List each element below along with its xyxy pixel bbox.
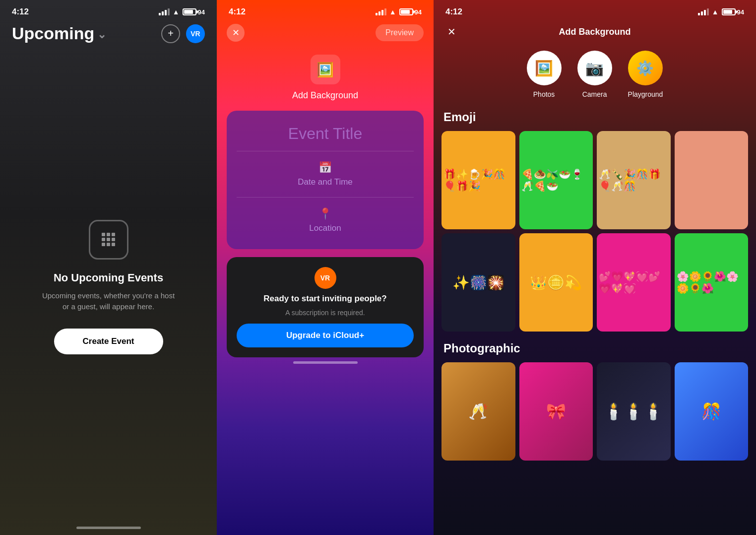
divider-2	[237, 197, 414, 198]
battery-icon-1: 94	[183, 8, 205, 16]
photographic-section-title: Photographic	[434, 339, 756, 362]
user-avatar-2: VR	[315, 267, 336, 289]
invite-subtitle: A subscription is required.	[285, 309, 365, 317]
photo-thumb-1[interactable]: 🥂	[441, 362, 515, 461]
photo-grid: 🥂 🎀 🕯️🕯️🕯️ 🎊	[434, 362, 756, 468]
status-icons-1: ▲ 94	[159, 8, 205, 16]
battery-icon-3: 94	[722, 8, 744, 16]
wifi-icon-3: ▲	[712, 8, 719, 16]
empty-description: Upcoming events, whether you're a host o…	[39, 290, 178, 313]
camera-icon: 📷	[577, 51, 612, 85]
add-background-section: 🖼️ Add Background	[217, 50, 434, 111]
location-row[interactable]: 📍 Location	[237, 205, 414, 235]
upcoming-title[interactable]: Upcoming ⌄	[12, 24, 106, 43]
close-button-2[interactable]: ✕	[227, 24, 245, 42]
emoji-thumb-crown[interactable]: 👑🪙💫	[519, 233, 593, 332]
photos-label: Photos	[533, 90, 555, 98]
battery-icon-2: 94	[399, 8, 422, 16]
p1-header: Upcoming ⌄ + VR	[0, 20, 217, 51]
status-bar-2: 4:12 ▲ 94	[217, 0, 434, 20]
emoji-thumb-green[interactable]: 🍕🧆🫒🥗🍷🥂🍕🥗	[519, 131, 593, 229]
date-time-row[interactable]: 📅 Date and Time	[237, 159, 414, 189]
preview-button[interactable]: Preview	[376, 24, 424, 41]
emoji-thumb-firework[interactable]: ✨🎆🎇	[441, 233, 515, 332]
panel-add-background: 4:12 ▲ 94 ✕ Add Background 🖼️ Photos	[434, 0, 756, 535]
home-indicator-2	[217, 357, 434, 370]
add-background-label: Add Background	[292, 90, 358, 101]
wifi-icon-2: ▲	[389, 8, 396, 16]
emoji-thumb-salmon[interactable]	[675, 131, 749, 229]
signal-icon-1	[159, 8, 170, 15]
time-1: 4:12	[12, 7, 29, 17]
date-time-label: Date and Time	[298, 177, 353, 187]
status-icons-2: ▲ 94	[376, 8, 422, 16]
chevron-down-icon: ⌄	[97, 28, 106, 41]
create-event-button[interactable]: Create Event	[54, 329, 163, 354]
emoji-section-title: Emoji	[434, 108, 756, 131]
wifi-icon-1: ▲	[173, 8, 180, 16]
emoji-thumb-flowers[interactable]: 🌸🌼🌻🌺🌸🌼🌻🌺	[675, 233, 749, 332]
p2-topbar: ✕ Preview	[217, 20, 434, 50]
status-bar-3: 4:12 ▲ 94	[434, 0, 756, 20]
playground-label: Playground	[628, 90, 663, 98]
event-card[interactable]: Event Title 📅 Date and Time 📍 Location	[227, 111, 424, 249]
close-button-3[interactable]: ✕	[443, 24, 459, 40]
empty-title: No Upcoming Events	[54, 271, 163, 284]
status-bar-1: 4:12 ▲ 94	[0, 0, 217, 20]
signal-icon-3	[698, 8, 709, 15]
camera-option[interactable]: 📷 Camera	[577, 51, 612, 98]
photo-thumb-4[interactable]: 🎊	[675, 362, 749, 461]
panel-upcoming: 4:12 ▲ 94 Upcoming ⌄ + VR	[0, 0, 217, 535]
signal-icon-2	[376, 8, 386, 15]
p3-topbar: ✕ Add Background	[434, 20, 756, 46]
status-icons-3: ▲ 94	[698, 8, 744, 16]
camera-label: Camera	[582, 90, 607, 98]
emoji-thumb-tan[interactable]: 🥂🍾🎉🎊🎁🎈🥂🎊	[597, 131, 671, 229]
location-icon: 📍	[318, 207, 332, 220]
invite-title: Ready to start inviting people?	[263, 294, 386, 304]
home-indicator-1	[0, 523, 217, 535]
upgrade-button[interactable]: Upgrade to iCloud+	[237, 324, 414, 347]
divider-1	[237, 151, 414, 151]
invite-section: VR Ready to start inviting people? A sub…	[227, 257, 424, 357]
panel-create: 4:12 ▲ 94 ✕ Preview 🖼️ Add Background Ev	[217, 0, 434, 535]
photo-thumb-3[interactable]: 🕯️🕯️🕯️	[597, 362, 671, 461]
playground-icon: ⚙️	[628, 51, 663, 85]
event-title-field[interactable]: Event Title	[288, 125, 362, 143]
add-background-title: Add Background	[559, 27, 630, 37]
empty-state: No Upcoming Events Upcoming events, whet…	[0, 51, 217, 523]
image-placeholder-icon[interactable]: 🖼️	[311, 55, 340, 84]
time-3: 4:12	[445, 7, 462, 17]
header-actions: + VR	[161, 24, 205, 43]
calendar-icon	[89, 220, 128, 260]
add-event-button[interactable]: +	[161, 24, 180, 43]
user-avatar-1[interactable]: VR	[186, 24, 205, 43]
source-options: 🖼️ Photos 📷 Camera ⚙️ Playground	[434, 46, 756, 108]
emoji-thumb-orange[interactable]: 🎁✨🍺🎉🎊🎈🎁🎉	[441, 131, 515, 229]
emoji-grid: 🎁✨🍺🎉🎊🎈🎁🎉 🍕🧆🫒🥗🍷🥂🍕🥗 🥂🍾🎉🎊🎁🎈🥂🎊 ✨🎆🎇 👑🪙💫 💕💗💖💓💕…	[434, 131, 756, 339]
location-label: Location	[309, 223, 341, 233]
emoji-thumb-hearts[interactable]: 💕💗💖💓💕💗💖💓	[597, 233, 671, 332]
calendar-grid	[98, 229, 119, 250]
time-2: 4:12	[229, 7, 246, 17]
calendar-clock-icon: 📅	[318, 161, 332, 174]
photos-icon: 🖼️	[527, 51, 562, 85]
playground-option[interactable]: ⚙️ Playground	[628, 51, 663, 98]
photos-option[interactable]: 🖼️ Photos	[527, 51, 562, 98]
photo-thumb-2[interactable]: 🎀	[519, 362, 593, 461]
